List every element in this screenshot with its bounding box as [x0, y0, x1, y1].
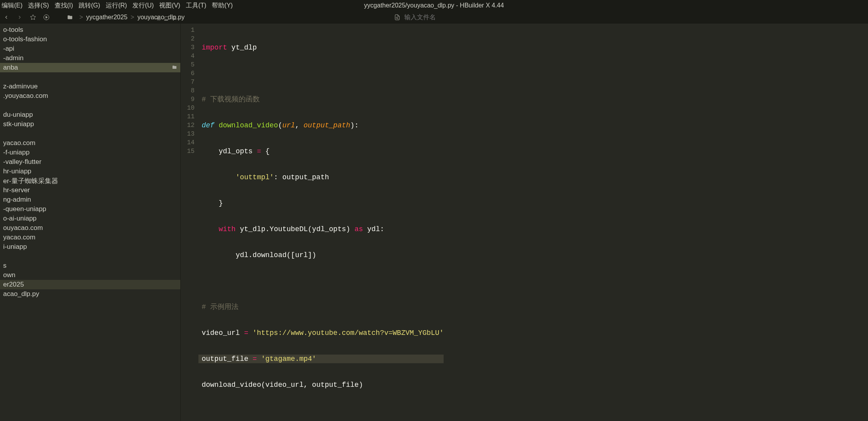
tree-item[interactable]: own	[0, 270, 180, 280]
folder-icon	[172, 64, 177, 72]
star-icon[interactable]	[29, 13, 37, 21]
tree-item[interactable]: stk-uniapp	[0, 119, 180, 129]
tree-item[interactable]: yacao.com	[0, 138, 180, 148]
tree-item[interactable]: hr-uniapp	[0, 167, 180, 176]
line-number: 8	[187, 86, 195, 95]
tree-item[interactable]: acao_dlp.py	[0, 289, 180, 299]
menu-goto[interactable]: 跳转(G)	[79, 2, 100, 10]
tree-item[interactable]	[0, 72, 180, 82]
tree-item[interactable]: -valley-flutter	[0, 157, 180, 167]
svg-marker-2	[46, 16, 48, 18]
line-number: 15	[187, 147, 195, 156]
tree-item[interactable]: -api	[0, 44, 180, 53]
tree-item[interactable]: -f-uniapp	[0, 148, 180, 157]
collapse-icon[interactable]	[164, 15, 170, 21]
tree-item[interactable]: du-uniapp	[0, 110, 180, 119]
tree-item[interactable]: s	[0, 261, 180, 270]
menu-find[interactable]: 查找(I)	[55, 2, 73, 10]
menu-publish[interactable]: 发行(U)	[132, 2, 154, 10]
line-number: 14	[187, 138, 195, 147]
gutter: 123456789101112131415	[181, 24, 198, 421]
tree-item[interactable]	[0, 252, 180, 261]
tree-item[interactable]: er2025	[0, 280, 180, 289]
tree-item[interactable]	[0, 129, 180, 138]
tree-item[interactable]: o-tools-fashion	[0, 35, 180, 44]
tree-item[interactable]: ouyacao.com	[0, 223, 180, 233]
svg-line-4	[397, 18, 398, 19]
filename-input[interactable]	[404, 14, 475, 21]
code-area[interactable]: import yt_dlp # 下载视频的函数 def download_vid…	[198, 24, 444, 421]
tree-item[interactable]: -queen-uniapp	[0, 204, 180, 214]
tree-item[interactable]: er-量子蜘蛛采集器	[0, 176, 180, 186]
menu-edit[interactable]: 编辑(E)	[2, 2, 22, 10]
line-number: 3	[187, 43, 195, 52]
menu-icon[interactable]	[172, 15, 178, 21]
line-number: 7	[187, 78, 195, 86]
line-number: 13	[187, 130, 195, 138]
tree-item[interactable]: i-uniapp	[0, 242, 180, 252]
menu-tools[interactable]: 工具(T)	[186, 2, 206, 10]
tree-item[interactable]: yacao.com	[0, 233, 180, 242]
menu-help[interactable]: 帮助(Y)	[212, 2, 233, 10]
tree-item[interactable]: o-ai-uniapp	[0, 214, 180, 223]
toolbar: > yycgather2025 > youyacao_dlp.py	[0, 11, 868, 24]
run-icon[interactable]	[42, 13, 50, 21]
tree-item[interactable]: -admin	[0, 53, 180, 63]
svg-rect-8	[165, 17, 168, 20]
menu-view[interactable]: 视图(V)	[159, 2, 180, 10]
tree-item[interactable]: anba	[0, 63, 180, 72]
new-file-icon[interactable]	[156, 15, 162, 21]
line-number: 4	[187, 52, 195, 61]
window-title: yycgather2025/youyacao_dlp.py - HBuilder…	[364, 0, 504, 11]
tree-item[interactable]: o-tools	[0, 25, 180, 35]
tree-item[interactable]: .youyacao.com	[0, 91, 180, 101]
line-number: 12	[187, 121, 195, 130]
tree-item[interactable]	[0, 101, 180, 110]
tree-item[interactable]: ng-admin	[0, 195, 180, 204]
line-number: 5	[187, 61, 195, 69]
menu-run[interactable]: 运行(R)	[106, 2, 127, 10]
nav-forward-icon[interactable]	[16, 13, 24, 21]
svg-marker-0	[30, 15, 35, 20]
tree-item[interactable]: z-adminvue	[0, 82, 180, 91]
line-number: 6	[187, 69, 195, 78]
sidebar: o-toolso-tools-fashion-api-adminanbaz-ad…	[0, 24, 181, 421]
breadcrumb-root[interactable]: yycgather2025	[86, 14, 127, 21]
menu-select[interactable]: 选择(S)	[28, 2, 49, 10]
editor[interactable]: 123456789101112131415 import yt_dlp # 下载…	[181, 24, 868, 421]
line-number: 2	[187, 35, 195, 43]
nav-back-icon[interactable]	[2, 13, 10, 21]
folder-icon[interactable]	[66, 13, 74, 21]
file-search-icon[interactable]	[393, 13, 401, 21]
tree-item[interactable]: hr-server	[0, 186, 180, 195]
line-number: 11	[187, 112, 195, 121]
line-number: 10	[187, 104, 195, 112]
line-number: 1	[187, 26, 195, 35]
line-number: 9	[187, 95, 195, 104]
menubar: 编辑(E) 选择(S) 查找(I) 跳转(G) 运行(R) 发行(U) 视图(V…	[0, 0, 868, 11]
